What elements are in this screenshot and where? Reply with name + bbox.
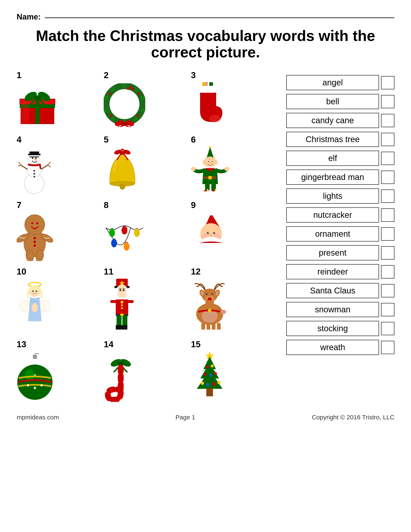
item-number-8: 8: [104, 201, 108, 209]
answer-box-present[interactable]: [381, 246, 394, 260]
svg-point-90: [34, 228, 36, 229]
item-number-5: 5: [104, 135, 108, 144]
answer-box-lights[interactable]: [381, 190, 394, 203]
svg-point-175: [40, 384, 43, 387]
svg-rect-170: [33, 355, 37, 359]
svg-point-187: [204, 373, 207, 376]
svg-point-135: [121, 301, 124, 304]
svg-point-66: [214, 160, 218, 165]
word-label-christmastree: Christmas tree: [286, 132, 379, 147]
word-row-lights: lights: [286, 189, 394, 204]
svg-point-130: [119, 289, 121, 291]
answer-box-nutcracker[interactable]: [381, 209, 394, 222]
answer-box-snowman[interactable]: [381, 303, 394, 316]
answer-box-wreath[interactable]: [381, 341, 394, 354]
svg-point-89: [33, 228, 34, 229]
footer-page: Page 1: [176, 414, 195, 421]
image-grid: 1: [17, 71, 274, 403]
gingerbreadman-image: [17, 211, 53, 261]
svg-point-112: [207, 232, 209, 234]
svg-point-42: [32, 161, 33, 162]
grid-item-6: 6: [191, 135, 274, 195]
svg-rect-144: [110, 300, 116, 303]
svg-point-39: [32, 157, 33, 159]
answer-box-elf[interactable]: [381, 152, 394, 165]
footer: mpmideas.com Page 1 Copyright © 2016 Tri…: [17, 414, 394, 421]
svg-point-11: [141, 95, 145, 100]
svg-point-108: [210, 212, 213, 216]
answer-box-bell[interactable]: [381, 95, 394, 108]
svg-point-70: [211, 161, 212, 162]
svg-point-81: [25, 215, 45, 235]
svg-rect-29: [199, 85, 217, 93]
svg-point-13: [134, 117, 138, 121]
svg-point-22: [138, 93, 140, 95]
main-content: 1: [17, 71, 394, 403]
svg-point-65: [203, 160, 206, 165]
svg-rect-145: [128, 300, 134, 303]
svg-point-131: [123, 289, 124, 291]
word-label-snowman: snowman: [286, 302, 379, 317]
svg-point-43: [33, 162, 34, 162]
page-title: Match the Christmas vocabulary words wit…: [17, 28, 394, 60]
answer-box-ornament[interactable]: [381, 227, 394, 241]
svg-point-189: [214, 372, 217, 375]
word-label-angel: angel: [286, 75, 379, 90]
grid-item-2: 2: [104, 71, 187, 129]
grid-item-10: 10: [17, 267, 100, 334]
svg-point-87: [36, 222, 38, 224]
grid-item-13: 13: [17, 340, 100, 403]
word-label-stocking: stocking: [286, 321, 379, 336]
answer-box-reindeer[interactable]: [381, 265, 394, 278]
svg-rect-143: [122, 325, 127, 330]
snowman-image: [17, 146, 52, 195]
word-label-candycane: candy cane: [286, 113, 379, 128]
item-number-13: 13: [17, 340, 26, 349]
answer-box-candycane[interactable]: [381, 114, 394, 127]
svg-point-71: [210, 162, 211, 163]
svg-rect-184: [206, 388, 213, 396]
svg-point-103: [134, 228, 140, 237]
grid-item-1: 1: [17, 71, 100, 129]
answer-box-angel[interactable]: [381, 76, 394, 89]
christmastree-image: [191, 350, 228, 403]
pictures-section: 1: [17, 71, 274, 403]
svg-point-8: [106, 86, 143, 122]
svg-line-52: [41, 165, 48, 169]
word-label-nutcracker: nutcracker: [286, 207, 379, 223]
svg-point-45: [36, 161, 37, 162]
svg-point-17: [104, 95, 108, 100]
svg-point-21: [127, 87, 129, 90]
answer-box-stocking[interactable]: [381, 322, 394, 335]
svg-point-92: [37, 226, 38, 228]
answer-box-santaclaus[interactable]: [381, 284, 394, 297]
svg-marker-183: [197, 370, 222, 389]
answer-box-christmastree[interactable]: [381, 133, 394, 146]
word-row-santaclaus: Santa Claus: [286, 283, 394, 298]
svg-point-16: [104, 108, 108, 113]
svg-point-24: [137, 114, 139, 117]
svg-point-86: [31, 222, 33, 224]
svg-line-54: [48, 165, 50, 167]
svg-point-121: [32, 291, 34, 292]
grid-item-11: 11: [104, 267, 187, 334]
svg-point-93: [33, 237, 36, 239]
word-label-elf: elf: [286, 151, 379, 166]
svg-point-91: [36, 228, 37, 229]
present-image: [17, 81, 58, 129]
svg-rect-163: [212, 323, 215, 330]
word-label-gingerbreadman: gingerbread man: [286, 170, 379, 185]
svg-point-137: [121, 307, 123, 309]
candycane-image: [104, 350, 138, 403]
svg-rect-162: [207, 323, 210, 330]
answer-box-gingerbreadman[interactable]: [381, 171, 394, 184]
svg-point-104: [111, 239, 117, 247]
svg-rect-129: [126, 288, 128, 294]
svg-point-18: [111, 87, 115, 91]
lights-image: [104, 211, 145, 261]
svg-line-53: [48, 162, 50, 165]
svg-point-94: [33, 241, 36, 243]
words-section: angel bell candy cane Christmas tree elf…: [286, 71, 394, 403]
grid-item-3: 3: [191, 71, 274, 129]
nutcracker-image: [104, 278, 140, 334]
